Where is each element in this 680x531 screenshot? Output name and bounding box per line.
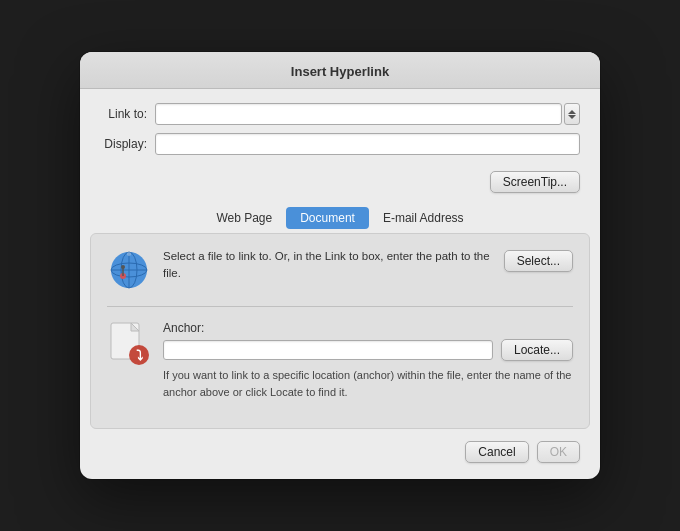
file-section-desc: Select a file to link to. Or, in the Lin… [163,248,494,283]
ok-button[interactable]: OK [537,441,580,463]
locate-button[interactable]: Locate... [501,339,573,361]
dialog-title: Insert Hyperlink [291,64,389,79]
select-button[interactable]: Select... [504,250,573,272]
link-to-input-wrap [155,103,580,125]
spinner-down-icon [568,115,576,119]
link-to-input[interactable] [155,103,562,125]
screentip-button[interactable]: ScreenTip... [490,171,580,193]
globe-svg [109,250,149,290]
svg-point-7 [121,265,125,269]
spinner-up-icon [568,110,576,114]
anchor-input[interactable] [163,340,493,360]
display-input-wrap [155,133,580,155]
display-input[interactable] [155,133,580,155]
tabs-area: Web Page Document E-mail Address [80,203,600,233]
title-bar: Insert Hyperlink [80,52,600,89]
anchor-label: Anchor: [163,321,573,335]
globe-icon [107,248,151,292]
tab-document[interactable]: Document [286,207,369,229]
screentip-row: ScreenTip... [80,171,600,203]
cancel-button[interactable]: Cancel [465,441,528,463]
svg-point-8 [127,252,131,256]
file-section: Select a file to link to. Or, in the Lin… [107,248,573,307]
svg-text:⤵: ⤵ [136,347,143,363]
insert-hyperlink-dialog: Insert Hyperlink Link to: Display: Scree… [80,52,600,479]
display-row: Display: [100,133,580,155]
link-to-label: Link to: [100,107,155,121]
anchor-section: ⤵ Anchor: Locate... If you want to link … [107,321,573,414]
tab-email-address[interactable]: E-mail Address [369,207,478,229]
tab-web-page[interactable]: Web Page [202,207,286,229]
anchor-section-body: Anchor: Locate... If you want to link to… [163,321,573,400]
fields-area: Link to: Display: [80,89,600,171]
anchor-icon: ⤵ [107,321,151,365]
anchor-desc: If you want to link to a specific locati… [163,367,573,400]
link-to-spinner[interactable] [564,103,580,125]
content-area: Select a file to link to. Or, in the Lin… [90,233,590,429]
anchor-doc-svg: ⤵ [109,321,149,365]
link-to-row: Link to: [100,103,580,125]
display-label: Display: [100,137,155,151]
file-section-body: Select a file to link to. Or, in the Lin… [163,248,573,287]
bottom-buttons: Cancel OK [80,429,600,463]
